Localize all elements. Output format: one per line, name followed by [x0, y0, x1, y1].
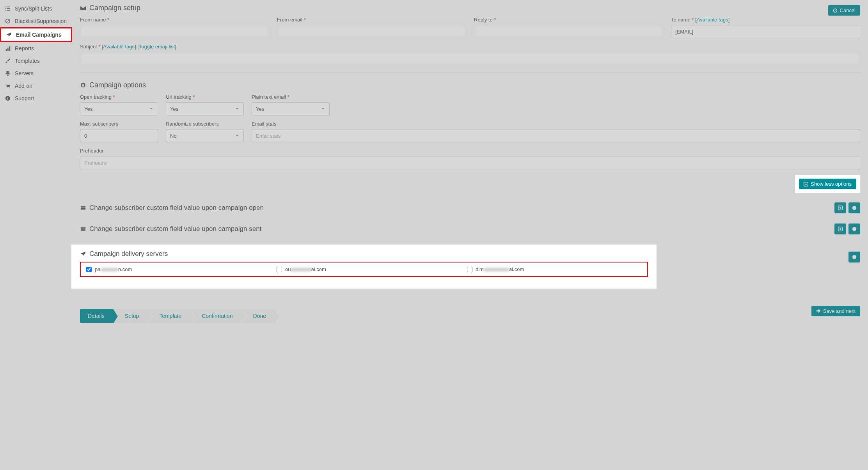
chevron-down-icon — [321, 106, 325, 111]
from-email-label: From email * — [277, 17, 466, 23]
campaign-delivery-servers-panel: Campaign delivery servers paxxxxxxxn.com… — [71, 245, 657, 289]
gear-icon — [80, 82, 86, 89]
email-stats-input[interactable] — [252, 129, 860, 142]
campaign-options-heading: Campaign options — [80, 81, 860, 89]
sidebar-item-label: Servers — [15, 70, 34, 76]
to-name-label: To name * [Available tags] — [671, 17, 860, 23]
info-button[interactable] — [848, 252, 860, 262]
from-name-input[interactable] — [80, 25, 269, 38]
toggle-emoji-link[interactable]: Toggle emoji list — [139, 44, 175, 50]
preheader-input[interactable] — [80, 156, 860, 169]
brush-icon — [5, 58, 11, 64]
info-icon — [5, 95, 11, 101]
randomize-select[interactable]: No — [166, 129, 244, 142]
step-confirmation[interactable]: Confirmation — [190, 309, 241, 323]
ban-icon — [833, 8, 838, 13]
add-button[interactable] — [834, 202, 846, 213]
plus-square-icon — [838, 206, 843, 210]
show-less-options-button[interactable]: Show less options — [799, 179, 856, 189]
plain-text-label: Plain text email * — [252, 94, 330, 100]
plane-icon — [6, 32, 12, 38]
available-tags-link[interactable]: Available tags — [697, 17, 728, 23]
sidebar-item-label: Sync/Split Lists — [15, 5, 52, 12]
wizard-steps: Details Setup Template Confirmation Done — [80, 309, 275, 323]
from-email-input[interactable] — [277, 25, 466, 38]
delivery-servers-list: paxxxxxxxn.com ouxxxxxxxxal.com dimxxxxx… — [80, 262, 648, 277]
from-name-label: From name * — [80, 17, 269, 23]
sidebar-item-label: Templates — [15, 58, 40, 64]
url-tracking-select[interactable]: Yes — [166, 102, 244, 115]
server-checkbox[interactable] — [467, 267, 472, 272]
sidebar-item-label: Support — [15, 95, 34, 101]
custom-field-open-heading: Change subscriber custom field value upo… — [80, 204, 264, 212]
info-button[interactable] — [848, 223, 860, 234]
select-value: Yes — [256, 106, 264, 112]
open-tracking-label: Open tracking * — [80, 94, 158, 100]
plus-square-icon — [838, 227, 843, 231]
cart-icon — [5, 83, 11, 89]
save-next-label: Save and next — [823, 308, 856, 314]
cancel-label: Cancel — [840, 7, 856, 13]
add-button[interactable] — [834, 223, 846, 234]
step-details[interactable]: Details — [80, 309, 113, 323]
info-icon — [852, 206, 857, 210]
info-button[interactable] — [848, 202, 860, 213]
max-subs-input[interactable] — [80, 129, 158, 142]
sidebar-item-email-campaigns[interactable]: Email Campaigns — [0, 27, 72, 42]
select-value: Yes — [170, 106, 178, 112]
open-tracking-select[interactable]: Yes — [80, 102, 158, 115]
server-icon — [80, 226, 86, 232]
sidebar-item-addon[interactable]: Add-on — [0, 80, 72, 92]
server-option[interactable]: dimxxxxxxxxxxal.com — [467, 266, 642, 272]
delivery-servers-heading: Campaign delivery servers — [80, 250, 648, 258]
show-less-label: Show less options — [811, 181, 852, 187]
bars-icon — [5, 45, 11, 51]
select-value: No — [170, 133, 177, 139]
reply-to-label: Reply to * — [474, 17, 663, 23]
sidebar-item-label: Email Campaigns — [16, 32, 62, 38]
sidebar-item-templates[interactable]: Templates — [0, 55, 72, 67]
subject-input[interactable] — [80, 52, 860, 65]
stack-icon — [5, 70, 11, 76]
chevron-down-icon — [149, 106, 154, 111]
sidebar-item-label: Reports — [15, 45, 34, 51]
step-template[interactable]: Template — [147, 309, 190, 323]
plane-icon — [80, 251, 86, 257]
save-and-next-button[interactable]: Save and next — [811, 306, 860, 316]
main-content: Campaign setup Cancel From name * From e… — [72, 0, 868, 470]
subject-label: Subject * [Available tags] [Toggle emoji… — [80, 44, 860, 50]
sidebar-item-reports[interactable]: Reports — [0, 42, 72, 55]
sidebar-item-servers[interactable]: Servers — [0, 67, 72, 80]
sidebar-item-label: Add-on — [15, 83, 32, 89]
chevron-down-icon — [235, 106, 240, 111]
envelope-icon — [80, 5, 86, 11]
plain-text-select[interactable]: Yes — [252, 102, 330, 115]
email-stats-label: Email stats — [252, 121, 860, 127]
arrow-right-icon — [816, 309, 821, 313]
sidebar-item-blacklist[interactable]: Blacklist/Suppression — [0, 15, 72, 27]
section-title: Campaign setup — [89, 4, 140, 12]
list-icon — [5, 5, 11, 12]
server-icon — [80, 205, 86, 211]
sidebar-item-support[interactable]: Support — [0, 92, 72, 105]
select-value: Yes — [84, 106, 92, 112]
available-tags-link[interactable]: Available tags — [103, 44, 135, 50]
preheader-label: Preheader — [80, 148, 860, 154]
cancel-button[interactable]: Cancel — [828, 5, 860, 16]
info-icon — [852, 227, 857, 231]
sidebar-item-label: Blacklist/Suppression — [15, 18, 67, 24]
custom-field-sent-heading: Change subscriber custom field value upo… — [80, 225, 261, 233]
server-option[interactable]: ouxxxxxxxxal.com — [277, 266, 451, 272]
max-subs-label: Max. subscribers — [80, 121, 158, 127]
to-name-input[interactable] — [671, 25, 860, 38]
server-checkbox[interactable] — [277, 267, 282, 272]
randomize-label: Randomize subscribers — [166, 121, 244, 127]
reply-to-input[interactable] — [474, 25, 663, 38]
server-checkbox[interactable] — [86, 267, 92, 272]
chevron-down-icon — [235, 133, 240, 138]
server-option[interactable]: paxxxxxxxn.com — [86, 266, 261, 272]
info-icon — [852, 255, 857, 259]
url-tracking-label: Url tracking * — [166, 94, 244, 100]
section-title: Campaign options — [89, 81, 146, 89]
sidebar-item-sync-split[interactable]: Sync/Split Lists — [0, 2, 72, 15]
